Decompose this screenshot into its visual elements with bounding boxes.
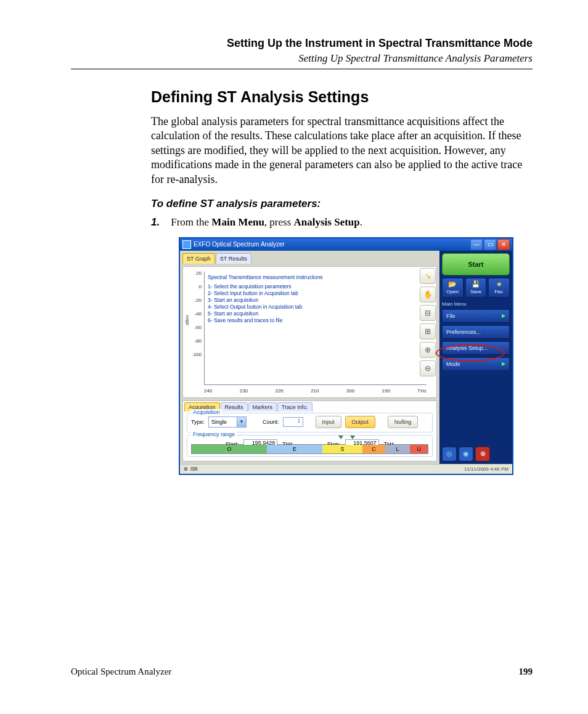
band-l[interactable]: L	[385, 445, 410, 453]
star-icon: ★	[496, 280, 502, 288]
instr-line: 4- Select Output button in Acquisition t…	[208, 304, 323, 310]
xtick: 200	[346, 388, 354, 394]
tab-markers[interactable]: Markers	[248, 402, 277, 412]
save-button[interactable]: 💾 Save	[465, 278, 487, 298]
step-number: 1.	[151, 216, 168, 229]
chevron-right-icon: ▶	[502, 361, 505, 367]
save-label: Save	[470, 289, 481, 294]
status-button-close[interactable]: ⊗	[475, 447, 490, 461]
xtick: 210	[311, 388, 319, 394]
chapter-title: Setting Up the Instrument in Spectral Tr…	[71, 37, 533, 50]
open-label: Open	[447, 289, 459, 294]
chevron-right-icon: ▶	[502, 313, 505, 318]
statusbar: ⊠ ⌨ 11/11/2009 4:46 PM	[180, 464, 512, 474]
count-field[interactable]: 1	[283, 417, 303, 427]
instr-line: 5- Start an acquisition	[208, 310, 323, 317]
menu-preferences-label: Preferences...	[446, 329, 481, 335]
band-u[interactable]: U	[410, 445, 428, 453]
count-label: Count:	[263, 419, 279, 425]
section-title: Defining ST Analysis Settings	[151, 88, 533, 106]
status-button-2[interactable]: ◉	[459, 447, 473, 461]
menu-file[interactable]: File ▶	[442, 309, 510, 323]
instructions-overlay: Spectral Transmittance measurement instr…	[208, 274, 323, 324]
statusbar-time: 11/11/2009 4:46 PM	[464, 466, 508, 472]
save-icon: 💾	[472, 280, 480, 288]
acquisition-legend: Acquisition	[191, 409, 222, 415]
nulling-button[interactable]: Nulling	[388, 416, 419, 428]
step-text-pre: From the	[171, 216, 211, 228]
band-bar[interactable]: O E S C L U	[191, 444, 428, 454]
range-markers[interactable]	[191, 436, 428, 440]
zoom-in-icon[interactable]: ⊕	[420, 342, 436, 358]
intro-paragraph: The global analysis parameters for spect…	[151, 115, 533, 187]
zoom-y-icon[interactable]: ⊟	[420, 305, 436, 321]
tab-st-results[interactable]: ST Results	[216, 253, 251, 264]
folder-open-icon: 📂	[448, 280, 457, 288]
window-titlebar[interactable]: EXFO Optical Spectrum Analyzer — ▭ ✕	[180, 238, 512, 251]
instr-title: Spectral Transmittance measurement instr…	[208, 274, 323, 281]
start-button[interactable]: Start	[442, 253, 510, 275]
procedure-heading: To define ST analysis parameters:	[151, 198, 533, 210]
tab-st-graph[interactable]: ST Graph	[182, 253, 215, 264]
footer-left: Optical Spectrum Analyzer	[71, 667, 171, 677]
menu-preferences[interactable]: Preferences...	[442, 325, 510, 339]
output-button[interactable]: Output	[345, 416, 375, 428]
open-button[interactable]: 📂 Open	[442, 278, 463, 298]
chevron-down-icon[interactable]: ▼	[237, 417, 246, 427]
band-o[interactable]: O	[192, 445, 267, 453]
page-number: 199	[519, 667, 533, 677]
band-s[interactable]: S	[322, 445, 362, 453]
x-axis: 240 230 220 210 200 190 THz	[204, 388, 427, 394]
tab-trace-info[interactable]: Trace Info.	[277, 402, 312, 412]
instr-line: 3- Start an acquisition	[208, 297, 323, 304]
band-e[interactable]: E	[267, 445, 322, 453]
band-c[interactable]: C	[362, 445, 385, 453]
close-button[interactable]: ✕	[497, 239, 510, 250]
ytick: 20	[188, 270, 202, 276]
right-panel: Start 📂 Open 💾 Save ★ Fav. Main Me	[439, 251, 512, 464]
ytick: -60	[188, 325, 202, 330]
menu-analysis-setup[interactable]: Analysis Setup...	[442, 341, 510, 355]
top-tabs: ST Graph ST Results	[182, 253, 437, 264]
xtick: 230	[240, 388, 248, 394]
app-screenshot: EXFO Optical Spectrum Analyzer — ▭ ✕ ST …	[179, 237, 513, 475]
statusbar-icons: ⊠ ⌨	[184, 466, 198, 472]
fav-label: Fav.	[494, 289, 504, 294]
type-label: Type:	[191, 419, 205, 425]
zoom-x-icon[interactable]: ⊞	[420, 323, 436, 339]
graph-area: dBm 20 0 -20 -40 -60 -80 -100 Spectral T…	[182, 266, 437, 398]
minimize-button[interactable]: —	[470, 239, 483, 250]
favorites-button[interactable]: ★ Fav.	[488, 278, 510, 298]
ytick: -40	[188, 311, 202, 317]
instr-line: 1- Select the acquisition parameters	[208, 283, 323, 290]
lower-panel: Acquisition Results Markers Trace Info. …	[182, 400, 437, 461]
ytick: -100	[188, 352, 202, 357]
step-text-main-menu: Main Menu	[211, 216, 264, 228]
menu-file-label: File	[446, 313, 455, 319]
menu-analysis-setup-label: Analysis Setup...	[446, 345, 488, 351]
maximize-button[interactable]: ▭	[484, 239, 496, 250]
chapter-subtitle: Setting Up Spectral Transmittance Analys…	[71, 52, 533, 65]
xtick: 220	[275, 388, 283, 394]
ytick: -20	[188, 298, 202, 303]
type-combobox[interactable]: Single ▼	[208, 416, 247, 428]
graph-toolbar: ↘ ✋ ⊟ ⊞ ⊕ ⊖	[420, 268, 436, 376]
menu-mode[interactable]: Mode ▶	[442, 357, 510, 371]
zoom-out-icon[interactable]: ⊖	[420, 360, 436, 376]
xtick: 240	[204, 388, 212, 394]
ytick: -80	[188, 338, 202, 344]
hand-tool-icon[interactable]: ✋	[420, 286, 436, 302]
y-axis-label: dBm	[184, 315, 190, 325]
instr-line: 6- Save results and traces to file	[208, 317, 323, 324]
instr-line: 2- Select Input button in Acquisition ta…	[208, 290, 323, 297]
xtick: 190	[382, 388, 390, 394]
step-text-mid: , press	[264, 216, 294, 228]
status-button-1[interactable]: ◎	[442, 447, 457, 461]
page-footer: Optical Spectrum Analyzer 199	[71, 667, 533, 677]
tab-results[interactable]: Results	[221, 402, 248, 412]
header-rule	[71, 68, 533, 70]
input-button[interactable]: Input	[316, 416, 341, 428]
menu-mode-label: Mode	[446, 361, 460, 367]
x-unit: THz	[417, 388, 427, 394]
pointer-tool-icon[interactable]: ↘	[420, 268, 436, 284]
